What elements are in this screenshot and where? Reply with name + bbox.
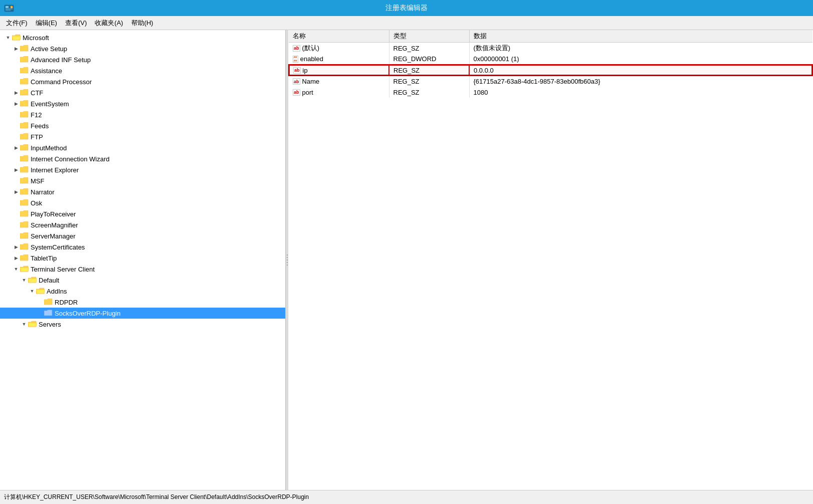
menu-file[interactable]: 文件(F) xyxy=(2,18,32,29)
tree-label: Command Processor xyxy=(31,78,92,86)
tree-item-internet-explorer[interactable]: ▶ Internet Explorer xyxy=(0,164,285,175)
folder-open-icon xyxy=(20,265,29,273)
value-data: 0.0.0.0 xyxy=(469,65,812,76)
folder-closed-icon xyxy=(20,100,29,108)
table-row[interactable]: abipREG_SZ0.0.0.0 xyxy=(289,65,812,76)
expand-icon[interactable]: ▶ xyxy=(12,243,20,251)
tree-item-osk[interactable]: Osk xyxy=(0,197,285,208)
col-header-type[interactable]: 类型 xyxy=(389,30,469,43)
tree-item-assistance[interactable]: Assistance xyxy=(0,65,285,76)
menu-edit[interactable]: 编辑(E) xyxy=(32,18,61,29)
folder-closed-icon xyxy=(20,188,29,196)
collapse-icon[interactable]: ▼ xyxy=(12,265,20,273)
tree-item-playtoreceiver[interactable]: PlayToReceiver xyxy=(0,208,285,219)
tree-label: MSF xyxy=(31,177,44,185)
menu-view[interactable]: 查看(V) xyxy=(61,18,91,29)
expand-icon[interactable]: ▶ xyxy=(12,89,20,97)
tree-item-default[interactable]: ▼ Default xyxy=(0,275,285,286)
tree-item-servermanager[interactable]: ServerManager xyxy=(0,230,285,241)
collapse-icon[interactable]: ▼ xyxy=(20,320,28,328)
tree-item-microsoft[interactable]: ▼ Microsoft xyxy=(0,32,285,43)
tree-item-addins[interactable]: ▼ AddIns xyxy=(0,286,285,297)
tree-label: Advanced INF Setup xyxy=(31,56,91,64)
folder-closed-icon xyxy=(20,122,29,130)
tree-item-advanced-inf[interactable]: Advanced INF Setup xyxy=(0,54,285,65)
tree-item-socksoverrdp-plugin[interactable]: SocksOverRDP-Plugin xyxy=(0,308,285,319)
tree-item-msf[interactable]: MSF xyxy=(0,175,285,186)
title-bar: R 注册表编辑器 xyxy=(0,0,813,16)
tree-label-microsoft: Microsoft xyxy=(23,34,49,42)
tree-label: Default xyxy=(39,277,59,284)
expand-icon[interactable]: ▶ xyxy=(12,100,20,108)
tree-label: TabletTip xyxy=(31,255,57,262)
table-header: 名称 类型 数据 xyxy=(289,30,812,43)
svg-rect-1 xyxy=(6,6,9,8)
value-type: REG_DWORD xyxy=(389,54,469,65)
tree-label: CTF xyxy=(31,89,43,97)
value-data: {61715a27-63a8-4dc1-9857-83eb00fb60a3} xyxy=(469,76,812,87)
tree-item-command-processor[interactable]: Command Processor xyxy=(0,76,285,87)
tree-label: Osk xyxy=(31,199,42,207)
folder-closed-icon xyxy=(20,221,29,229)
menu-favorites[interactable]: 收藏夹(A) xyxy=(91,18,127,29)
ab-string-icon: ab xyxy=(293,67,301,74)
tree-item-active-setup[interactable]: ▶ Active Setup xyxy=(0,43,285,54)
tree-label: SystemCertificates xyxy=(31,243,85,251)
ab-string-icon: ab xyxy=(293,45,300,52)
folder-open-icon xyxy=(12,34,21,42)
svg-text:R: R xyxy=(11,6,13,9)
svg-rect-3 xyxy=(6,10,11,11)
menu-help[interactable]: 帮助(H) xyxy=(127,18,157,29)
tree-item-ctf[interactable]: ▶ CTF xyxy=(0,87,285,98)
folder-closed-icon xyxy=(20,210,29,218)
tree-item-terminal-server-client[interactable]: ▼ Terminal Server Client xyxy=(0,264,285,275)
tree-item-internet-connection-wizard[interactable]: Internet Connection Wizard xyxy=(0,153,285,164)
expand-icon[interactable]: ▶ xyxy=(12,188,20,196)
table-row[interactable]: abportREG_SZ1080 xyxy=(289,87,812,98)
folder-closed-icon xyxy=(20,199,29,207)
tree-label: Active Setup xyxy=(31,45,67,53)
expand-icon[interactable]: ▶ xyxy=(12,166,20,174)
folder-closed-icon xyxy=(20,67,29,75)
table-row[interactable]: ab(默认)REG_SZ(数值未设置) xyxy=(289,43,812,54)
col-header-name[interactable]: 名称 xyxy=(289,30,389,43)
collapse-icon[interactable]: ▼ xyxy=(28,287,36,295)
window-title: 注册表编辑器 xyxy=(385,4,428,13)
dword-icon: #### xyxy=(293,56,298,63)
tree-item-narrator[interactable]: ▶ Narrator xyxy=(0,186,285,197)
expand-icon[interactable]: ▶ xyxy=(12,144,20,152)
folder-open-icon xyxy=(36,287,45,295)
value-name: Name xyxy=(302,78,320,85)
value-type: REG_SZ xyxy=(389,76,469,87)
folder-closed-icon xyxy=(44,298,53,306)
value-type: REG_SZ xyxy=(389,43,469,54)
tree-label: EventSystem xyxy=(31,100,69,108)
tree-item-eventsystem[interactable]: ▶ EventSystem xyxy=(0,98,285,109)
tree-item-rdpdr[interactable]: RDPDR xyxy=(0,297,285,308)
value-type: REG_SZ xyxy=(389,65,469,76)
expand-icon[interactable]: ▶ xyxy=(12,45,20,53)
folder-closed-icon xyxy=(44,309,53,317)
tree-item-inputmethod[interactable]: ▶ InputMethod xyxy=(0,142,285,153)
tree-item-tablettip[interactable]: ▶ TabletTip xyxy=(0,253,285,264)
tree-item-feeds[interactable]: Feeds xyxy=(0,120,285,131)
collapse-icon[interactable]: ▼ xyxy=(20,276,28,284)
col-header-data[interactable]: 数据 xyxy=(469,30,812,43)
tree-label: Narrator xyxy=(31,188,55,196)
value-type: REG_SZ xyxy=(389,87,469,98)
tree-item-screenmagnifier[interactable]: ScreenMagnifier xyxy=(0,219,285,230)
tree-label: Servers xyxy=(39,321,61,328)
expand-icon[interactable]: ▶ xyxy=(12,254,20,262)
tree-pane[interactable]: ▼ Microsoft ▶ Active Setup Advanced INF … xyxy=(0,30,286,490)
tree-item-f12[interactable]: F12 xyxy=(0,109,285,120)
tree-item-servers[interactable]: ▼ Servers xyxy=(0,319,285,330)
collapse-icon[interactable]: ▼ xyxy=(4,34,12,42)
menu-bar: 文件(F) 编辑(E) 查看(V) 收藏夹(A) 帮助(H) xyxy=(0,16,813,30)
tree-item-ftp[interactable]: FTP xyxy=(0,131,285,142)
value-name-cell: ####enabled xyxy=(289,54,389,65)
table-row[interactable]: abNameREG_SZ{61715a27-63a8-4dc1-9857-83e… xyxy=(289,76,812,87)
value-name: (默认) xyxy=(302,44,320,53)
tree-item-systemcertificates[interactable]: ▶ SystemCertificates xyxy=(0,241,285,253)
table-row[interactable]: ####enabledREG_DWORD0x00000001 (1) xyxy=(289,54,812,65)
values-table: 名称 类型 数据 ab(默认)REG_SZ(数值未设置)####enabledR… xyxy=(288,30,813,98)
